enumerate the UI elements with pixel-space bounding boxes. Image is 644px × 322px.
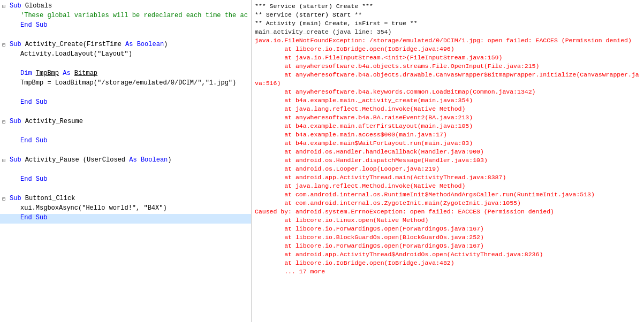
- code-line: xui.MsgboxAsync("Hello world!", "B4X"): [0, 204, 251, 214]
- log-line: ** Activity (main) Create, isFirst = tru…: [255, 19, 641, 28]
- code-line: [0, 166, 251, 175]
- log-line: main_activity_create (java line: 354): [255, 28, 641, 36]
- log-line: at android.os.Looper.loop(Looper.java:21…: [255, 165, 641, 173]
- code-line: TmpBmp = LoadBitmap("/storage/emulated/0…: [0, 79, 251, 89]
- code-content: Sub Activity_Resume: [7, 118, 251, 125]
- code-line: [0, 108, 251, 118]
- code-line: Activity.LoadLayout("Layout"): [0, 50, 251, 60]
- log-line: at libcore.io.ForwardingOs.open(Forwardi…: [255, 225, 641, 233]
- log-line: at java.lang.reflect.Method.invoke(Nativ…: [255, 105, 641, 113]
- log-line: at libcore.io.BlockGuardOs.open(BlockGua…: [255, 233, 641, 242]
- fold-gutter[interactable]: ⊟: [0, 195, 7, 202]
- code-line: ⊟Sub Activity_Resume: [0, 118, 251, 127]
- log-line: Caused by: android.system.ErrnoException…: [255, 208, 641, 216]
- fold-gutter: [0, 204, 7, 205]
- log-line: at b4a.example.main.access$000(main.java…: [255, 131, 641, 139]
- code-content: 'These global variables will be redeclar…: [7, 12, 251, 19]
- log-line: at anywheresoftware.b4a.objects.drawable…: [255, 71, 641, 88]
- code-line: End Sub: [0, 21, 251, 31]
- code-line: [0, 147, 251, 156]
- code-line: End Sub: [0, 214, 251, 224]
- code-line: End Sub: [0, 137, 251, 147]
- log-line: java.io.FileNotFoundException: /storage/…: [255, 36, 641, 45]
- fold-gutter: [0, 98, 7, 99]
- code-editor[interactable]: ⊟Sub Globals'These global variables will…: [0, 0, 252, 322]
- fold-gutter: [0, 137, 7, 138]
- code-line: [0, 185, 251, 195]
- log-line: at b4a.example.main._activity_create(mai…: [255, 96, 641, 105]
- code-line: 'These global variables will be redeclar…: [0, 12, 251, 21]
- code-content: Sub Globals: [7, 2, 251, 10]
- log-line: at b4a.example.main$WaitForLayout.run(ma…: [255, 139, 641, 148]
- log-line: at com.android.internal.os.ZygoteInit.ma…: [255, 199, 641, 208]
- log-line: at anywheresoftware.b4a.BA.raiseEvent2(B…: [255, 113, 641, 122]
- code-content: TmpBmp = LoadBitmap("/storage/emulated/0…: [7, 79, 251, 87]
- fold-gutter: [0, 127, 7, 128]
- fold-gutter: [0, 12, 7, 13]
- code-line: [0, 89, 251, 98]
- log-line: at java.lang.reflect.Method.invoke(Nativ…: [255, 182, 641, 190]
- log-line: at android.app.ActivityThread.main(Activ…: [255, 173, 641, 182]
- log-line: at libcore.io.ForwardingOs.open(Forwardi…: [255, 242, 641, 250]
- code-line: ⊟Sub Globals: [0, 2, 251, 12]
- code-content: xui.MsgboxAsync("Hello world!", "B4X"): [7, 204, 251, 212]
- fold-gutter: [0, 21, 7, 22]
- code-line: [0, 31, 251, 41]
- code-content: End Sub: [7, 137, 251, 144]
- code-line: ⊟Sub Activity_Pause (UserClosed As Boole…: [0, 156, 251, 166]
- code-content: End Sub: [7, 175, 251, 183]
- code-content: Sub Button1_Click: [7, 195, 251, 202]
- log-line: at b4a.example.main.afterFirstLayout(mai…: [255, 122, 641, 131]
- fold-gutter: [0, 166, 7, 167]
- fold-gutter[interactable]: ⊟: [0, 118, 7, 125]
- fold-gutter: [0, 108, 7, 109]
- log-line: at anywheresoftware.b4a.keywords.Common.…: [255, 88, 641, 96]
- log-lines: *** Service (starter) Create ***** Servi…: [255, 2, 641, 276]
- log-line: at com.android.internal.os.RuntimeInit$M…: [255, 190, 641, 199]
- log-line: at android.os.Handler.handleCallback(Han…: [255, 148, 641, 156]
- log-line: at libcore.io.Linux.open(Native Method): [255, 216, 641, 225]
- code-line: End Sub: [0, 98, 251, 108]
- fold-gutter[interactable]: ⊟: [0, 2, 7, 10]
- code-line: [0, 60, 251, 70]
- log-panel[interactable]: *** Service (starter) Create ***** Servi…: [252, 0, 644, 322]
- code-line: End Sub: [0, 175, 251, 185]
- code-lines: ⊟Sub Globals'These global variables will…: [0, 2, 251, 224]
- log-line: ... 17 more: [255, 267, 641, 276]
- code-content: Dim TmpBmp As Bitmap: [7, 70, 251, 77]
- fold-gutter[interactable]: ⊟: [0, 41, 7, 48]
- code-line: ⊟Sub Button1_Click: [0, 195, 251, 204]
- fold-gutter: [0, 50, 7, 51]
- log-line: at java.io.FileInputStream.<init>(FileIn…: [255, 53, 641, 62]
- code-content: Activity.LoadLayout("Layout"): [7, 50, 251, 58]
- log-line: ** Service (starter) Start **: [255, 11, 641, 19]
- code-line: Dim TmpBmp As Bitmap: [0, 70, 251, 79]
- code-content: Sub Activity_Pause (UserClosed As Boolea…: [7, 156, 251, 164]
- fold-gutter[interactable]: ⊟: [0, 156, 7, 164]
- fold-gutter: [0, 60, 7, 61]
- log-line: at android.app.ActivityThread$AndroidOs.…: [255, 250, 641, 259]
- log-line: at libcore.io.IoBridge.open(IoBridge.jav…: [255, 45, 641, 53]
- fold-gutter: [0, 89, 7, 90]
- log-line: at anywheresoftware.b4a.objects.streams.…: [255, 62, 641, 71]
- fold-gutter: [0, 31, 7, 32]
- log-line: at android.os.Handler.dispatchMessage(Ha…: [255, 156, 641, 165]
- code-content: Sub Activity_Create(FirstTime As Boolean…: [7, 41, 251, 48]
- fold-gutter: [0, 185, 7, 186]
- code-content: End Sub: [7, 214, 251, 221]
- fold-gutter: [0, 147, 7, 148]
- code-line: ⊟Sub Activity_Create(FirstTime As Boolea…: [0, 41, 251, 50]
- log-line: *** Service (starter) Create ***: [255, 2, 641, 11]
- log-line: at libcore.io.IoBridge.open(IoBridge.jav…: [255, 259, 641, 267]
- code-content: End Sub: [7, 98, 251, 106]
- code-content: End Sub: [7, 21, 251, 29]
- code-line: [0, 127, 251, 137]
- fold-gutter: [0, 79, 7, 80]
- fold-gutter: [0, 175, 7, 177]
- fold-gutter: [0, 70, 7, 71]
- fold-gutter: [0, 214, 7, 215]
